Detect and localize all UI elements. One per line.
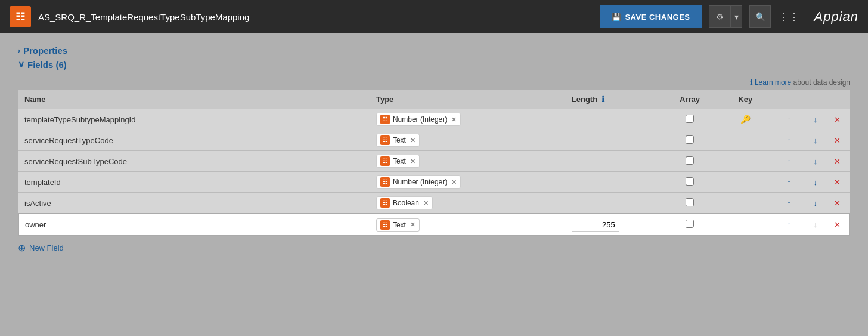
type-label: Text — [393, 157, 406, 165]
new-field-label: New Field — [29, 243, 64, 252]
remove-field-button[interactable]: ✕ — [832, 177, 843, 188]
type-icon: ☷ — [380, 177, 390, 187]
type-remove-button[interactable]: ✕ — [410, 158, 416, 165]
field-key — [718, 172, 773, 193]
properties-chevron-icon: › — [18, 47, 20, 55]
move-down-button[interactable]: ↓ — [811, 198, 820, 209]
type-label: Boolean — [393, 199, 419, 207]
type-remove-button[interactable]: ✕ — [451, 116, 457, 124]
learn-more-bar: ℹ Learn more about data design — [18, 78, 850, 87]
search-icon: 🔍 — [755, 12, 765, 21]
move-down-button[interactable]: ↓ — [811, 219, 820, 230]
settings-dropdown-button[interactable]: ▾ — [730, 5, 742, 28]
search-button[interactable]: 🔍 — [749, 5, 771, 28]
field-remove-cell: ✕ — [826, 151, 850, 172]
move-up-button[interactable]: ↑ — [785, 177, 793, 188]
length-info-icon: ℹ — [602, 95, 604, 104]
type-remove-button[interactable]: ✕ — [410, 221, 416, 229]
length-input[interactable] — [572, 218, 619, 232]
field-remove-cell: ✕ — [826, 214, 850, 236]
array-checkbox[interactable] — [686, 135, 694, 144]
chevron-down-icon: ▾ — [734, 12, 739, 21]
move-down-button[interactable]: ↓ — [811, 177, 820, 188]
learn-more-link[interactable]: Learn more — [755, 78, 791, 87]
fields-section-header[interactable]: ∨ Fields (6) — [18, 59, 850, 70]
grid-icon: ⋮⋮ — [778, 10, 799, 23]
field-length — [566, 109, 662, 130]
field-remove-cell: ✕ — [826, 193, 850, 214]
type-remove-button[interactable]: ✕ — [451, 178, 457, 186]
field-name: owner — [18, 214, 370, 236]
move-up-button[interactable]: ↑ — [785, 114, 793, 125]
key-icon: 🔑 — [740, 115, 751, 124]
remove-field-button[interactable]: ✕ — [832, 219, 843, 230]
field-type: ☷ Number (Integer) ✕ — [370, 109, 566, 130]
array-checkbox[interactable] — [686, 177, 694, 186]
move-up-button[interactable]: ↑ — [785, 135, 793, 146]
type-icon: ☷ — [380, 156, 390, 166]
field-array — [662, 130, 718, 151]
field-type: ☷ Text ✕ — [370, 151, 566, 172]
grid-menu-button[interactable]: ⋮⋮ — [778, 5, 799, 28]
table-header-row: Name Type Length ℹ Array Key — [18, 90, 850, 109]
save-disk-icon: 💾 — [612, 13, 622, 21]
col-header-key: Key — [718, 90, 773, 109]
remove-field-button[interactable]: ✕ — [832, 198, 843, 209]
move-up-button[interactable]: ↑ — [785, 156, 793, 167]
save-changes-button[interactable]: 💾 SAVE CHANGES — [600, 5, 702, 28]
field-name: isActive — [18, 193, 370, 214]
move-up-button[interactable]: ↑ — [785, 198, 793, 209]
type-remove-button[interactable]: ✕ — [410, 137, 416, 144]
array-checkbox[interactable] — [686, 115, 694, 123]
move-down-button[interactable]: ↓ — [811, 135, 820, 146]
table-row: templateId ☷ Number (Integer) ✕ ↑ — [18, 172, 850, 193]
field-key — [718, 214, 773, 236]
type-remove-button[interactable]: ✕ — [423, 199, 429, 207]
move-down-button[interactable]: ↓ — [811, 156, 820, 167]
field-up-cell: ↑ — [773, 151, 805, 172]
type-label: Text — [393, 136, 406, 144]
remove-field-button[interactable]: ✕ — [832, 156, 843, 167]
info-icon: ℹ — [750, 78, 753, 87]
col-header-array: Array — [662, 90, 718, 109]
new-field-button[interactable]: ⊕ New Field — [18, 242, 850, 254]
move-up-button[interactable]: ↑ — [785, 219, 793, 230]
array-checkbox[interactable] — [686, 156, 694, 165]
field-type: ☷ Boolean ✕ — [370, 193, 566, 214]
field-array — [662, 193, 718, 214]
type-icon: ☷ — [380, 135, 390, 145]
type-label: Text — [393, 221, 406, 229]
fields-label: Fields (6) — [27, 60, 67, 70]
properties-section-header[interactable]: › Properties — [18, 45, 850, 56]
array-checkbox[interactable] — [686, 220, 694, 228]
plus-icon: ⊕ — [18, 242, 26, 254]
properties-label: Properties — [23, 45, 67, 56]
col-header-name: Name — [18, 90, 370, 109]
field-remove-cell: ✕ — [826, 109, 850, 130]
move-down-button[interactable]: ↓ — [811, 114, 820, 125]
field-name: serviceRequestSubTypeCode — [18, 151, 370, 172]
remove-field-button[interactable]: ✕ — [832, 114, 843, 125]
remove-field-button[interactable]: ✕ — [832, 135, 843, 146]
field-length[interactable] — [566, 214, 662, 236]
field-key: 🔑 — [718, 109, 773, 130]
field-length — [566, 130, 662, 151]
field-key — [718, 130, 773, 151]
field-down-cell: ↓ — [805, 193, 826, 214]
field-remove-cell: ✕ — [826, 172, 850, 193]
field-down-cell: ↓ — [805, 172, 826, 193]
field-up-cell: ↑ — [773, 109, 805, 130]
document-title: AS_SRQ_R_TemplateRequestTypeSubTypeMappi… — [38, 12, 593, 22]
field-type: ☷ Text ✕ — [370, 130, 566, 151]
type-label: Number (Integer) — [393, 178, 447, 186]
field-up-cell: ↑ — [773, 130, 805, 151]
array-checkbox[interactable] — [686, 198, 694, 206]
type-icon: ☷ — [380, 220, 390, 230]
appian-brand-logo: Appian — [814, 9, 858, 24]
field-array — [662, 172, 718, 193]
field-down-cell: ↓ — [805, 214, 826, 236]
field-down-cell: ↓ — [805, 109, 826, 130]
settings-button[interactable]: ⚙ — [709, 5, 730, 28]
app-logo: ☷ — [10, 6, 31, 27]
type-icon: ☷ — [380, 198, 390, 208]
